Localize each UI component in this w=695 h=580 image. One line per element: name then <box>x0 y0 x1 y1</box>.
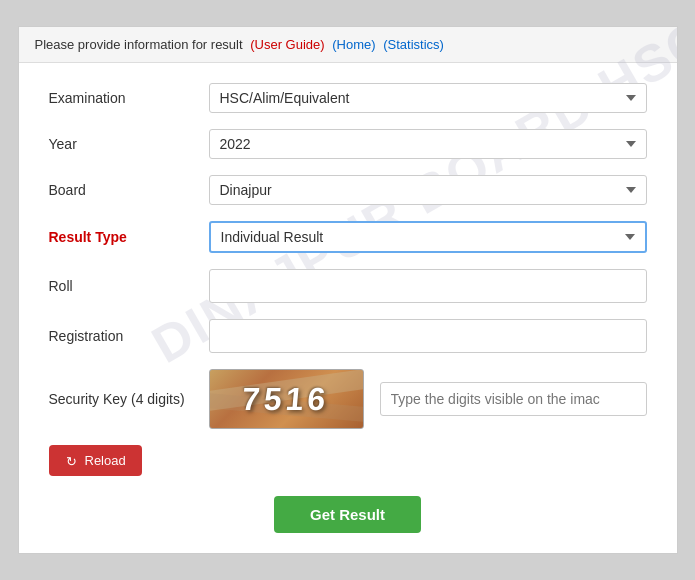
reload-label: Reload <box>85 453 126 468</box>
reload-button[interactable]: ↻ Reload <box>49 445 142 476</box>
security-key-row: Security Key (4 digits) 7516 <box>49 369 647 429</box>
result-type-row: Result Type Individual Result All Result <box>49 221 647 253</box>
board-label: Board <box>49 182 209 198</box>
board-select[interactable]: Dinajpur Dhaka Chittagong <box>209 175 647 205</box>
reload-icon: ↻ <box>65 454 79 468</box>
registration-row: Registration <box>49 319 647 353</box>
home-link[interactable]: (Home) <box>332 37 375 52</box>
statistics-link[interactable]: (Statistics) <box>383 37 444 52</box>
security-key-image: 7516 <box>209 369 364 429</box>
form-body: DINAJPUR BOARD HSC RESULT Examination HS… <box>19 63 677 553</box>
header-bar: Please provide information for result (U… <box>19 27 677 63</box>
examination-select[interactable]: HSC/Alim/Equivalent SSC/Dakhil/Equivalen… <box>209 83 647 113</box>
get-result-button[interactable]: Get Result <box>274 496 421 533</box>
security-key-input[interactable] <box>380 382 647 416</box>
examination-label: Examination <box>49 90 209 106</box>
roll-input[interactable] <box>209 269 647 303</box>
examination-row: Examination HSC/Alim/Equivalent SSC/Dakh… <box>49 83 647 113</box>
security-key-label: Security Key (4 digits) <box>49 391 209 407</box>
registration-label: Registration <box>49 328 209 344</box>
year-select[interactable]: 2022 2021 2020 <box>209 129 647 159</box>
board-row: Board Dinajpur Dhaka Chittagong <box>49 175 647 205</box>
get-result-label: Get Result <box>310 506 385 523</box>
user-guide-link[interactable]: (User Guide) <box>250 37 324 52</box>
security-key-digits: 7516 <box>241 381 331 418</box>
main-container: Please provide information for result (U… <box>18 26 678 554</box>
year-row: Year 2022 2021 2020 <box>49 129 647 159</box>
result-type-label: Result Type <box>49 229 209 245</box>
get-result-row: Get Result <box>49 496 647 533</box>
year-label: Year <box>49 136 209 152</box>
result-type-select[interactable]: Individual Result All Result <box>209 221 647 253</box>
reload-row: ↻ Reload <box>49 445 647 476</box>
roll-row: Roll <box>49 269 647 303</box>
registration-input[interactable] <box>209 319 647 353</box>
roll-label: Roll <box>49 278 209 294</box>
header-text: Please provide information for result <box>35 37 243 52</box>
